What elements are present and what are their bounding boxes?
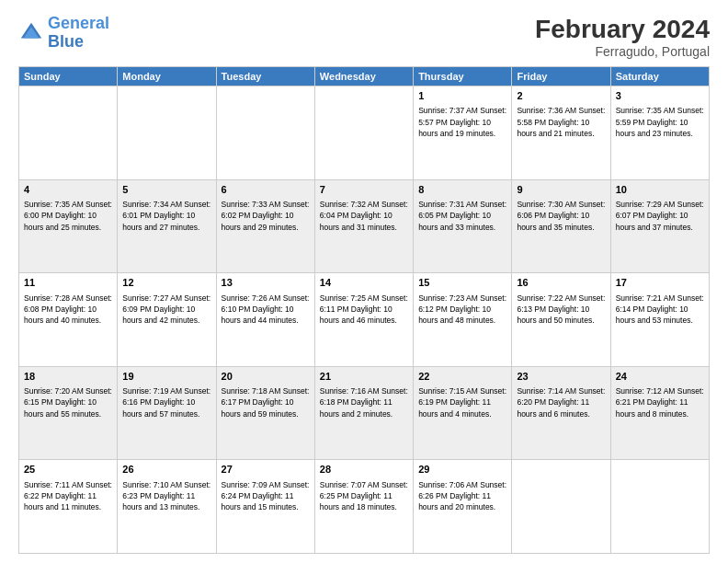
calendar-cell xyxy=(610,460,709,554)
day-info: Sunrise: 7:23 AM Sunset: 6:12 PM Dayligh… xyxy=(418,293,506,327)
day-number: 14 xyxy=(320,276,408,290)
calendar-cell: 26Sunrise: 7:10 AM Sunset: 6:23 PM Dayli… xyxy=(118,460,216,554)
calendar-cell: 5Sunrise: 7:34 AM Sunset: 6:01 PM Daylig… xyxy=(118,179,216,273)
day-number: 18 xyxy=(24,370,112,384)
calendar-cell xyxy=(216,86,314,180)
day-info: Sunrise: 7:33 AM Sunset: 6:02 PM Dayligh… xyxy=(222,199,310,233)
calendar-cell: 20Sunrise: 7:18 AM Sunset: 6:17 PM Dayli… xyxy=(216,366,314,460)
calendar-cell: 12Sunrise: 7:27 AM Sunset: 6:09 PM Dayli… xyxy=(118,273,216,367)
day-info: Sunrise: 7:26 AM Sunset: 6:10 PM Dayligh… xyxy=(222,293,310,327)
calendar-cell: 4Sunrise: 7:35 AM Sunset: 6:00 PM Daylig… xyxy=(19,179,118,273)
col-tuesday: Tuesday xyxy=(216,67,314,86)
day-number: 15 xyxy=(418,276,506,290)
logo-icon xyxy=(18,20,44,46)
calendar-cell: 2Sunrise: 7:36 AM Sunset: 5:58 PM Daylig… xyxy=(512,86,610,180)
logo: General Blue xyxy=(18,15,109,52)
calendar-cell: 6Sunrise: 7:33 AM Sunset: 6:02 PM Daylig… xyxy=(216,179,314,273)
logo-general: General xyxy=(48,14,109,32)
day-number: 28 xyxy=(320,463,408,477)
day-number: 22 xyxy=(418,370,506,384)
col-friday: Friday xyxy=(512,67,610,86)
calendar-cell: 8Sunrise: 7:31 AM Sunset: 6:05 PM Daylig… xyxy=(414,179,512,273)
calendar-cell: 24Sunrise: 7:12 AM Sunset: 6:21 PM Dayli… xyxy=(610,366,709,460)
day-info: Sunrise: 7:09 AM Sunset: 6:24 PM Dayligh… xyxy=(222,479,310,513)
header: General Blue February 2024 Ferragudo, Po… xyxy=(18,15,710,59)
day-info: Sunrise: 7:27 AM Sunset: 6:09 PM Dayligh… xyxy=(122,293,210,327)
day-info: Sunrise: 7:30 AM Sunset: 6:06 PM Dayligh… xyxy=(517,199,605,233)
col-thursday: Thursday xyxy=(414,67,512,86)
day-info: Sunrise: 7:32 AM Sunset: 6:04 PM Dayligh… xyxy=(320,199,408,233)
day-info: Sunrise: 7:31 AM Sunset: 6:05 PM Dayligh… xyxy=(418,199,506,233)
day-number: 2 xyxy=(517,89,605,103)
calendar-cell: 29Sunrise: 7:06 AM Sunset: 6:26 PM Dayli… xyxy=(414,460,512,554)
calendar-cell: 18Sunrise: 7:20 AM Sunset: 6:15 PM Dayli… xyxy=(19,366,118,460)
calendar-week-row: 18Sunrise: 7:20 AM Sunset: 6:15 PM Dayli… xyxy=(19,366,710,460)
calendar-cell: 28Sunrise: 7:07 AM Sunset: 6:25 PM Dayli… xyxy=(314,460,413,554)
day-number: 26 xyxy=(122,463,210,477)
day-info: Sunrise: 7:12 AM Sunset: 6:21 PM Dayligh… xyxy=(616,385,704,419)
logo-blue: Blue xyxy=(48,32,84,51)
day-number: 16 xyxy=(517,276,605,290)
day-number: 23 xyxy=(517,370,605,384)
day-info: Sunrise: 7:28 AM Sunset: 6:08 PM Dayligh… xyxy=(24,293,112,327)
col-wednesday: Wednesday xyxy=(314,67,413,86)
calendar-header-row: Sunday Monday Tuesday Wednesday Thursday… xyxy=(19,67,710,86)
col-saturday: Saturday xyxy=(610,67,709,86)
calendar-cell: 13Sunrise: 7:26 AM Sunset: 6:10 PM Dayli… xyxy=(216,273,314,367)
day-number: 19 xyxy=(122,370,210,384)
day-info: Sunrise: 7:10 AM Sunset: 6:23 PM Dayligh… xyxy=(122,479,210,513)
calendar-cell: 22Sunrise: 7:15 AM Sunset: 6:19 PM Dayli… xyxy=(414,366,512,460)
calendar-cell: 11Sunrise: 7:28 AM Sunset: 6:08 PM Dayli… xyxy=(19,273,118,367)
calendar-cell xyxy=(314,86,413,180)
day-number: 9 xyxy=(517,183,605,197)
calendar-cell: 16Sunrise: 7:22 AM Sunset: 6:13 PM Dayli… xyxy=(512,273,610,367)
calendar-cell: 9Sunrise: 7:30 AM Sunset: 6:06 PM Daylig… xyxy=(512,179,610,273)
day-number: 24 xyxy=(616,370,704,384)
day-info: Sunrise: 7:29 AM Sunset: 6:07 PM Dayligh… xyxy=(616,199,704,233)
calendar-cell: 25Sunrise: 7:11 AM Sunset: 6:22 PM Dayli… xyxy=(19,460,118,554)
subtitle: Ferragudo, Portugal xyxy=(535,44,710,59)
day-number: 11 xyxy=(24,276,112,290)
calendar-week-row: 25Sunrise: 7:11 AM Sunset: 6:22 PM Dayli… xyxy=(19,460,710,554)
day-number: 5 xyxy=(122,183,210,197)
calendar-cell: 21Sunrise: 7:16 AM Sunset: 6:18 PM Dayli… xyxy=(314,366,413,460)
day-info: Sunrise: 7:20 AM Sunset: 6:15 PM Dayligh… xyxy=(24,385,112,419)
calendar-cell: 27Sunrise: 7:09 AM Sunset: 6:24 PM Dayli… xyxy=(216,460,314,554)
day-number: 21 xyxy=(320,370,408,384)
day-number: 17 xyxy=(616,276,704,290)
day-number: 27 xyxy=(222,463,310,477)
day-number: 29 xyxy=(418,463,506,477)
title-block: February 2024 Ferragudo, Portugal xyxy=(535,15,710,59)
calendar-cell xyxy=(512,460,610,554)
day-number: 8 xyxy=(418,183,506,197)
day-info: Sunrise: 7:37 AM Sunset: 5:57 PM Dayligh… xyxy=(418,105,506,139)
day-number: 20 xyxy=(222,370,310,384)
col-monday: Monday xyxy=(118,67,216,86)
calendar-cell: 23Sunrise: 7:14 AM Sunset: 6:20 PM Dayli… xyxy=(512,366,610,460)
calendar-cell: 14Sunrise: 7:25 AM Sunset: 6:11 PM Dayli… xyxy=(314,273,413,367)
day-info: Sunrise: 7:18 AM Sunset: 6:17 PM Dayligh… xyxy=(222,385,310,419)
col-sunday: Sunday xyxy=(19,67,118,86)
page: General Blue February 2024 Ferragudo, Po… xyxy=(0,0,728,563)
day-number: 4 xyxy=(24,183,112,197)
day-info: Sunrise: 7:11 AM Sunset: 6:22 PM Dayligh… xyxy=(24,479,112,513)
calendar-cell: 19Sunrise: 7:19 AM Sunset: 6:16 PM Dayli… xyxy=(118,366,216,460)
day-number: 1 xyxy=(418,89,506,103)
logo-text: General Blue xyxy=(48,15,109,52)
day-number: 13 xyxy=(222,276,310,290)
calendar-cell: 1Sunrise: 7:37 AM Sunset: 5:57 PM Daylig… xyxy=(414,86,512,180)
day-info: Sunrise: 7:21 AM Sunset: 6:14 PM Dayligh… xyxy=(616,293,704,327)
day-info: Sunrise: 7:15 AM Sunset: 6:19 PM Dayligh… xyxy=(418,385,506,419)
day-info: Sunrise: 7:19 AM Sunset: 6:16 PM Dayligh… xyxy=(122,385,210,419)
calendar-week-row: 11Sunrise: 7:28 AM Sunset: 6:08 PM Dayli… xyxy=(19,273,710,367)
day-number: 10 xyxy=(616,183,704,197)
calendar-week-row: 4Sunrise: 7:35 AM Sunset: 6:00 PM Daylig… xyxy=(19,179,710,273)
day-info: Sunrise: 7:34 AM Sunset: 6:01 PM Dayligh… xyxy=(122,199,210,233)
main-title: February 2024 xyxy=(535,15,710,44)
day-number: 6 xyxy=(222,183,310,197)
calendar-cell xyxy=(118,86,216,180)
day-info: Sunrise: 7:06 AM Sunset: 6:26 PM Dayligh… xyxy=(418,479,506,513)
day-info: Sunrise: 7:36 AM Sunset: 5:58 PM Dayligh… xyxy=(517,105,605,139)
day-number: 25 xyxy=(24,463,112,477)
calendar-cell: 7Sunrise: 7:32 AM Sunset: 6:04 PM Daylig… xyxy=(314,179,413,273)
